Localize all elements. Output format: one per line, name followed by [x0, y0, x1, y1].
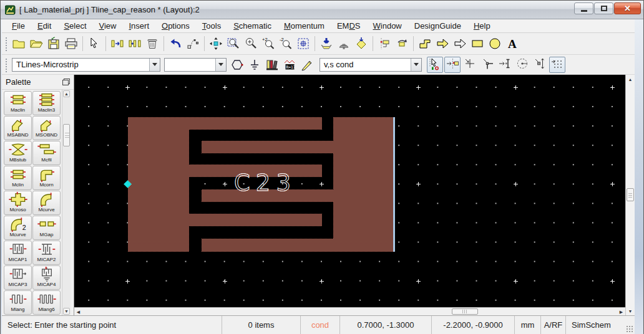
scroll-down-icon[interactable]: ▼: [63, 308, 70, 315]
palette-scroll-thumb[interactable]: [63, 124, 70, 146]
chevron-down-icon[interactable]: [411, 59, 421, 71]
delete-button[interactable]: [144, 35, 161, 52]
palette-item-mclin[interactable]: Mclin: [4, 166, 32, 190]
snap-distance-button[interactable]: [532, 57, 548, 73]
titlebar[interactable]: [ Lab_material_prj ] Tline_cap_reason * …: [1, 1, 643, 19]
save-design-button[interactable]: [45, 35, 62, 52]
vertical-scrollbar[interactable]: ▲ ▼: [625, 75, 635, 315]
palette-item-micap2[interactable]: MICAP2: [32, 241, 61, 265]
rotate-items-button[interactable]: [393, 35, 411, 52]
insert-text-button[interactable]: A: [504, 35, 521, 52]
palette-item-mgap[interactable]: MGap: [32, 216, 61, 240]
h-scroll-thumb[interactable]: [452, 308, 478, 315]
scroll-up-icon[interactable]: ▲: [63, 90, 70, 97]
component-history-select[interactable]: [164, 58, 227, 72]
insert-polyline-button[interactable]: [451, 35, 469, 52]
palette-item-mcurve[interactable]: Mcurve: [32, 191, 61, 215]
library-browser-button[interactable]: [263, 56, 281, 74]
component-palette-select[interactable]: TLines-Microstrip: [12, 58, 160, 72]
menu-window[interactable]: Window: [367, 20, 408, 32]
snap-to-arc-center-button[interactable]: [514, 57, 530, 73]
component-parameters-button[interactable]: R=17: [281, 56, 298, 74]
menu-edit[interactable]: Edit: [31, 20, 57, 32]
maximize-button[interactable]: [594, 2, 613, 14]
push-into-hierarchy-button[interactable]: [318, 35, 335, 52]
horizontal-scrollbar[interactable]: ◀ ▶: [74, 307, 625, 315]
print-button[interactable]: [62, 35, 80, 52]
open-design-button[interactable]: [27, 35, 45, 52]
chevron-down-icon[interactable]: [215, 59, 226, 71]
menu-view[interactable]: View: [93, 20, 123, 32]
reroute-button[interactable]: [184, 35, 202, 52]
resize-grip[interactable]: [617, 316, 635, 334]
flatten-button[interactable]: [353, 35, 370, 52]
menu-file[interactable]: File: [6, 20, 31, 32]
palette-header[interactable]: Palette: [2, 75, 74, 90]
close-button[interactable]: ✕: [614, 2, 641, 14]
insert-circle-button[interactable]: [486, 35, 504, 52]
pop-out-of-hierarchy-icon: [337, 37, 351, 50]
scroll-up-icon[interactable]: ▲: [627, 76, 633, 82]
minimize-button[interactable]: [574, 2, 593, 14]
pop-out-of-hierarchy-button[interactable]: [335, 35, 353, 52]
insert-trace-button[interactable]: [416, 35, 434, 52]
layout-canvas[interactable]: C23: [74, 75, 625, 307]
palette-float-icon[interactable]: [62, 79, 70, 85]
zoom-to-fit-button[interactable]: [295, 35, 312, 52]
toolbar-grip[interactable]: [4, 36, 7, 51]
pan-view-button[interactable]: [207, 35, 225, 52]
snap-enable-button[interactable]: [427, 57, 443, 73]
menu-help[interactable]: Help: [467, 20, 497, 32]
entry-layer-select[interactable]: v,s cond: [320, 58, 422, 72]
chevron-down-icon[interactable]: [149, 59, 160, 71]
menu-select[interactable]: Select: [57, 20, 92, 32]
menu-emds[interactable]: EMDS: [331, 20, 367, 32]
insert-pin-route-button[interactable]: [376, 35, 393, 52]
palette-item-msobnd[interactable]: MSOBND: [32, 116, 61, 140]
palette-item-mcfil[interactable]: Mcfil: [32, 141, 61, 165]
new-design-button[interactable]: [10, 35, 27, 52]
undo-button[interactable]: [167, 35, 184, 52]
palette-item-mlang[interactable]: Mlang: [4, 290, 32, 315]
palette-item-micap3[interactable]: MICAP3: [4, 265, 32, 290]
menu-schematic[interactable]: Schematic: [227, 20, 278, 32]
snap-to-grid-button[interactable]: [549, 57, 565, 73]
scroll-down-icon[interactable]: ▼: [627, 308, 633, 314]
snap-to-midpoint-button[interactable]: [479, 57, 495, 73]
scroll-left-icon[interactable]: ◀: [76, 309, 81, 315]
palette-item-maclin[interactable]: Maclin: [4, 91, 32, 115]
move-component-button[interactable]: [109, 35, 126, 52]
menu-momentum[interactable]: Momentum: [278, 20, 331, 32]
toolbar-grip[interactable]: [4, 57, 7, 72]
scroll-right-icon[interactable]: ▶: [618, 309, 624, 315]
zoom-area-button[interactable]: [225, 35, 242, 52]
palette-item-mcorn[interactable]: Mcorn: [32, 166, 61, 190]
zoom-in-button[interactable]: [242, 35, 260, 52]
menu-insert[interactable]: Insert: [122, 20, 155, 32]
menu-designguide[interactable]: DesignGuide: [408, 20, 467, 32]
insert-wire-button[interactable]: [298, 56, 316, 74]
menu-tools[interactable]: Tools: [196, 20, 227, 32]
snap-to-pin-button[interactable]: [444, 57, 461, 73]
palette-item-maclin3[interactable]: Maclin3: [32, 91, 61, 115]
v-scroll-thumb[interactable]: [627, 188, 634, 201]
zoom-in-x2-button[interactable]: +2: [260, 35, 277, 52]
insert-ground-button[interactable]: [246, 56, 263, 74]
palette-item-micap1[interactable]: MICAP1: [4, 241, 32, 265]
menu-options[interactable]: Options: [155, 20, 196, 32]
zoom-out-x2-button[interactable]: -2: [277, 35, 295, 52]
palette-item-mcurve2[interactable]: 2Mcurve: [4, 216, 32, 240]
insert-pin-button[interactable]: [228, 56, 246, 74]
palette-item-mcroso[interactable]: Mcroso: [4, 191, 32, 215]
insert-rectangle-button[interactable]: [469, 35, 486, 52]
insert-polygon-button[interactable]: [434, 35, 451, 52]
move-component-keep-connect-button[interactable]: [126, 35, 144, 52]
select-arrow-button[interactable]: [85, 35, 103, 52]
palette-item-mbstub[interactable]: MBstub: [4, 141, 32, 165]
snap-to-edge-button[interactable]: [497, 57, 513, 73]
palette-scrollbar[interactable]: ▲ ▼: [62, 90, 71, 315]
palette-item-mlang6[interactable]: Mlang6: [32, 290, 61, 315]
palette-item-msabnd[interactable]: MSABND: [4, 116, 32, 140]
snap-to-vertex-button[interactable]: [462, 57, 478, 73]
palette-item-micap4[interactable]: MICAP4: [32, 265, 61, 290]
